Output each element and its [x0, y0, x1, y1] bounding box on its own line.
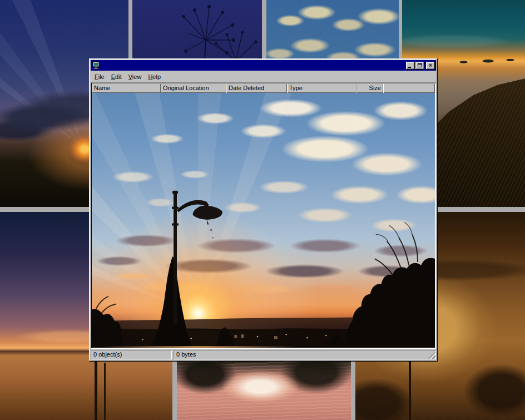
close-icon: × — [429, 63, 432, 68]
column-header-row: Name Original Location Date Deleted Type… — [92, 83, 435, 93]
file-list-view: Name Original Location Date Deleted Type… — [91, 82, 436, 349]
maximize-button[interactable] — [415, 62, 424, 70]
computer-icon — [92, 61, 101, 70]
column-header-blank[interactable] — [383, 83, 435, 93]
screen: × File Edit View Help Name Original Loca… — [0, 0, 525, 420]
menu-bar: File Edit View Help — [91, 71, 436, 82]
status-object-count: 0 object(s) — [91, 350, 172, 359]
minimize-icon — [408, 67, 411, 68]
status-bar: 0 object(s) 0 bytes — [91, 350, 436, 359]
folder-background-photo — [92, 93, 435, 348]
menu-help[interactable]: Help — [145, 72, 164, 81]
menu-file[interactable]: File — [91, 72, 108, 81]
water-pole-silhouette — [104, 363, 106, 420]
recycle-bin-window: × File Edit View Help Name Original Loca… — [89, 58, 438, 362]
status-size: 0 bytes — [174, 350, 436, 359]
column-header-original-location[interactable]: Original Location — [161, 83, 226, 93]
close-button[interactable]: × — [426, 62, 435, 70]
silhouette-overlay — [92, 93, 435, 346]
minimize-button[interactable] — [406, 62, 415, 70]
column-header-size[interactable]: Size — [356, 83, 383, 93]
column-header-date-deleted[interactable]: Date Deleted — [226, 83, 287, 93]
column-header-name[interactable]: Name — [92, 83, 161, 93]
menu-edit[interactable]: Edit — [108, 72, 125, 81]
title-bar[interactable]: × — [91, 60, 436, 71]
lamp-pole-silhouette — [409, 361, 411, 420]
maximize-icon — [418, 63, 422, 67]
column-header-type[interactable]: Type — [287, 83, 356, 93]
menu-view[interactable]: View — [125, 72, 145, 81]
window-controls: × — [405, 62, 435, 70]
water-pole-silhouette — [95, 361, 97, 420]
